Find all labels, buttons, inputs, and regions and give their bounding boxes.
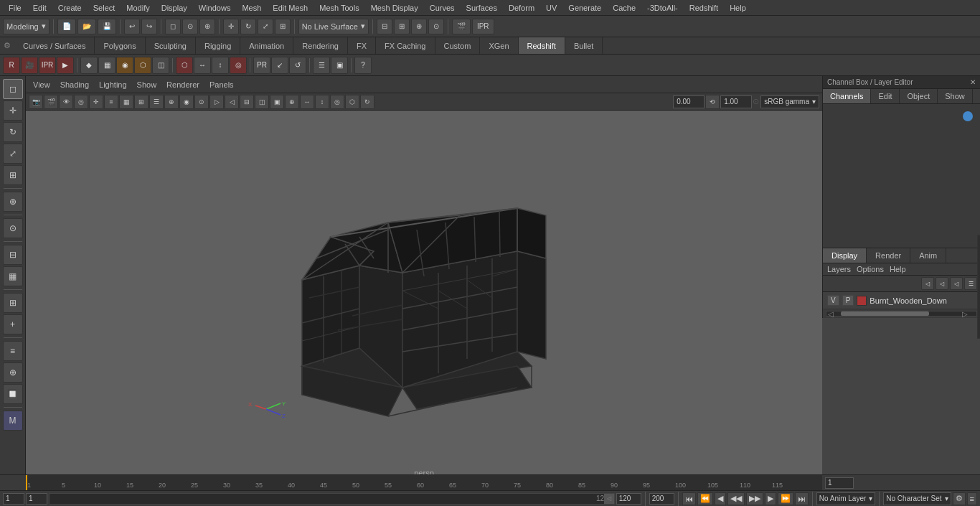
timeline-ruler[interactable]: 1 5 10 15 20 25 30 35 40 45 50 55 60 65 … (26, 475, 822, 490)
redo-btn[interactable]: ↪ (141, 19, 157, 34)
vp-icon-9[interactable]: ▷ (209, 95, 224, 109)
vp-menu-panels[interactable]: Panels (205, 79, 238, 90)
menu-redshift[interactable]: Redshift (684, 2, 724, 14)
rs-icon-3[interactable]: IPR (39, 57, 56, 74)
channel-box-close-icon[interactable]: ✕ (970, 78, 976, 86)
rs-icon-15[interactable]: ↙ (271, 57, 288, 74)
undo-btn[interactable]: ↩ (124, 19, 140, 34)
add-btn[interactable]: + (3, 314, 23, 334)
vp-icon-4[interactable]: ⊞ (134, 95, 149, 109)
menu-uv[interactable]: UV (540, 2, 562, 14)
next-key-btn[interactable]: ⏩ (778, 492, 793, 505)
menu-curves[interactable]: Curves (424, 2, 461, 14)
menu-create[interactable]: Create (52, 2, 88, 14)
select-tool[interactable]: ◻ (3, 79, 23, 99)
rs-icon-17[interactable]: ☰ (313, 57, 330, 74)
vp-icon-14[interactable]: ⊕ (285, 95, 299, 109)
next-frame-btn[interactable]: ▶ (765, 492, 776, 505)
ch-tab-show[interactable]: Show (938, 89, 973, 103)
layer-icon-2[interactable]: ◁ (936, 277, 948, 290)
grid-display-tool[interactable]: ⊟ (3, 245, 23, 265)
rs-icon-19[interactable]: ? (354, 57, 372, 74)
tab-custom[interactable]: Custom (435, 37, 481, 54)
anim-layer-dropdown[interactable]: No Anim Layer ▾ (816, 492, 876, 505)
play-back-btn[interactable]: ◀◀ (727, 492, 745, 505)
rs-icon-16[interactable]: ↺ (289, 57, 306, 74)
tool7[interactable]: 🔲 (3, 384, 23, 404)
tab-fx[interactable]: FX (348, 37, 376, 54)
menu-windows[interactable]: Windows (193, 2, 237, 14)
scroll-right-btn[interactable]: ▷ (962, 310, 975, 318)
vp-icon-angle[interactable]: ⟲ (705, 95, 720, 109)
soft-select-tool[interactable]: ⊕ (3, 192, 23, 212)
rs-icon-2[interactable]: 🎥 (21, 57, 38, 74)
rs-icon-1[interactable]: R (3, 57, 20, 74)
render-view-btn[interactable]: 🎬 (452, 19, 471, 34)
vp-menu-renderer[interactable]: Renderer (162, 79, 204, 90)
layer-scrollbar-h[interactable]: ◁ ▷ (826, 311, 977, 317)
tool6[interactable]: ⊕ (3, 362, 23, 383)
rs-icon-10[interactable]: ⬡ (176, 57, 193, 74)
rs-icon-12[interactable]: ↕ (212, 57, 229, 74)
tab-rigging[interactable]: Rigging (196, 37, 240, 54)
menu-file[interactable]: File (3, 2, 27, 14)
tab-animation[interactable]: Animation (240, 37, 293, 54)
vp-icon-11[interactable]: ⊟ (240, 95, 254, 109)
move-tool[interactable]: ✛ (3, 100, 23, 121)
current-frame-input[interactable] (825, 477, 854, 489)
rs-icon-13[interactable]: ◎ (230, 57, 247, 74)
rs-icon-18[interactable]: ▣ (331, 57, 348, 74)
play-fwd-btn[interactable]: ▶▶ (746, 492, 763, 505)
menu-display[interactable]: Display (156, 2, 193, 14)
tab-bullet[interactable]: Bullet (565, 37, 603, 54)
menu-deform[interactable]: Deform (503, 2, 540, 14)
no-live-surface[interactable]: No Live Surface ▾ (298, 19, 369, 34)
lasso-btn[interactable]: ⊙ (182, 19, 198, 34)
menu-3dtoall[interactable]: -3DtoAll- (641, 2, 684, 14)
layer-editor-tool[interactable]: ▦ (3, 266, 23, 286)
vp-menu-view[interactable]: View (29, 79, 55, 90)
maya-icon[interactable]: M (3, 411, 23, 431)
range-end-input[interactable] (616, 493, 641, 505)
snap-grid-btn[interactable]: ⊟ (377, 19, 392, 34)
rs-icon-11[interactable]: ↔ (194, 57, 211, 74)
vp-icon-camera[interactable]: 📷 (29, 95, 43, 109)
vp-icon-display[interactable]: ≡ (104, 95, 118, 109)
rs-icon-14[interactable]: PR (253, 57, 270, 74)
tab-fx-caching[interactable]: FX Caching (376, 37, 435, 54)
last-tool[interactable]: ⊞ (3, 165, 23, 185)
vp-icon-13[interactable]: ▣ (270, 95, 284, 109)
vp-menu-shading[interactable]: Shading (56, 79, 93, 90)
vp-gamma-dropdown[interactable]: sRGB gamma ▾ (760, 95, 819, 108)
menu-select[interactable]: Select (88, 2, 121, 14)
snap-mode-btn[interactable]: ⊞ (3, 293, 23, 313)
paint-sel-btn[interactable]: ⊕ (199, 19, 215, 34)
new-scene-btn[interactable]: 📄 (57, 19, 76, 34)
rs-icon-4[interactable]: ▶ (57, 57, 74, 74)
rs-icon-8[interactable]: ⬡ (134, 57, 151, 74)
ch-tab-edit[interactable]: Edit (871, 89, 900, 103)
char-set-btn1[interactable]: ⚙ (953, 492, 966, 505)
menu-cache[interactable]: Cache (607, 2, 641, 14)
tab-rendering[interactable]: Rendering (293, 37, 348, 54)
rs-icon-5[interactable]: ◆ (80, 57, 98, 74)
go-to-start-btn[interactable]: ⏮ (682, 492, 696, 505)
rotate-tool[interactable]: ↻ (3, 122, 23, 142)
layer-visibility-btn[interactable]: V (827, 295, 839, 306)
ch-tab-channels[interactable]: Channels (823, 89, 871, 103)
scale-tool[interactable]: ⤢ (3, 144, 23, 164)
vp-icon-transform[interactable]: ✛ (89, 95, 103, 109)
layer-icon-4[interactable]: ☰ (964, 277, 977, 290)
mode-dropdown[interactable]: Modeling ▾ (3, 19, 50, 34)
prev-key-btn[interactable]: ⏪ (697, 492, 713, 505)
frame-start-input[interactable] (3, 493, 24, 505)
snap-curve-btn[interactable]: ⊞ (394, 19, 410, 34)
select-btn[interactable]: ◻ (165, 19, 181, 34)
vp-menu-show[interactable]: Show (133, 79, 161, 90)
layer-playback-btn[interactable]: P (842, 295, 854, 306)
vp-icon-3[interactable]: ▦ (119, 95, 133, 109)
save-scene-btn[interactable]: 💾 (98, 19, 116, 34)
menu-generate[interactable]: Generate (562, 2, 607, 14)
menu-mesh-tools[interactable]: Mesh Tools (314, 2, 364, 14)
ch-tab-object[interactable]: Object (900, 89, 938, 103)
